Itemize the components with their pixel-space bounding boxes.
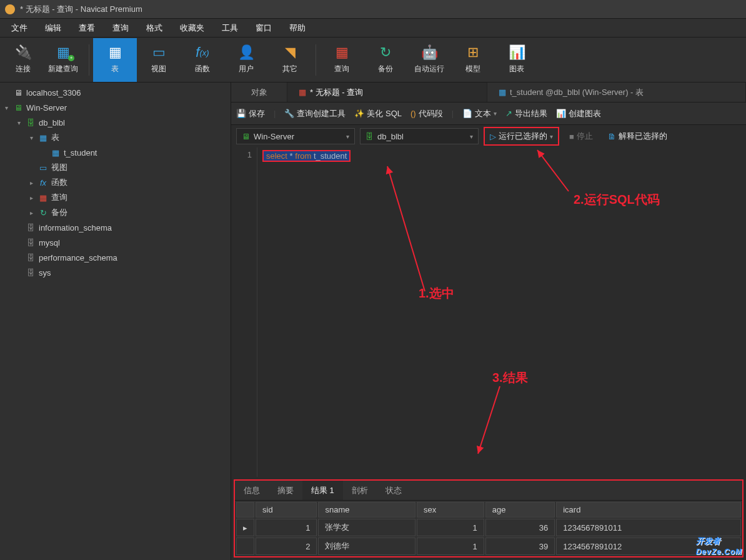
- query-icon: ▦: [37, 193, 49, 202]
- menu-query[interactable]: 查询: [104, 19, 137, 38]
- tree-views[interactable]: ▭视图: [0, 160, 231, 175]
- chevron-right-icon[interactable]: ▸: [30, 179, 37, 186]
- result-tab-profile[interactable]: 剖析: [343, 481, 377, 500]
- tree-infoschema[interactable]: 🗄information_schema: [0, 220, 231, 235]
- code-area[interactable]: select * from t_student: [257, 148, 746, 477]
- other-icon: ◥: [281, 45, 299, 60]
- tree-backup[interactable]: ▸↻备份: [0, 205, 231, 220]
- menu-fav[interactable]: 收藏夹: [171, 19, 213, 38]
- chevron-down-icon: ▾: [470, 133, 473, 140]
- gutter: 1: [231, 148, 257, 477]
- stop-button[interactable]: ■停止: [564, 128, 598, 144]
- newquery-icon: ▦+: [54, 45, 72, 60]
- col-sid[interactable]: sid: [256, 502, 317, 518]
- tree-perfschema[interactable]: 🗄performance_schema: [0, 250, 231, 265]
- server-green-icon: 🖥: [12, 103, 24, 112]
- tool-newquery[interactable]: ▦+ 新建查询: [41, 38, 85, 82]
- result-pane: 信息 摘要 结果 1 剖析 状态 sid sname sex age icard…: [234, 479, 744, 558]
- connection-dropdown[interactable]: 🖥Win-Server▾: [236, 128, 355, 144]
- tool-table[interactable]: ▦ 表: [93, 38, 137, 82]
- chevron-down-icon[interactable]: ▾: [5, 104, 12, 111]
- tree-query[interactable]: ▸▦查询: [0, 190, 231, 205]
- tool-user[interactable]: 👤 用户: [224, 38, 268, 82]
- tab-objects[interactable]: 对象: [231, 82, 287, 102]
- tool-chart[interactable]: 📊 图表: [495, 38, 539, 82]
- result-tab-result1[interactable]: 结果 1: [302, 481, 343, 500]
- play-icon: ▷: [490, 132, 496, 141]
- separator: [89, 44, 89, 76]
- tree-winserver[interactable]: ▾🖥Win-Server: [0, 100, 231, 115]
- tool-autorun[interactable]: 🤖 自动运行: [407, 38, 451, 82]
- db-gray-icon: 🗄: [25, 223, 36, 232]
- run-selected-button[interactable]: ▷运行已选择的▾: [484, 127, 559, 146]
- server-icon: 🖥: [12, 88, 24, 98]
- table-header-row: sid sname sex age icard: [236, 502, 741, 518]
- tool-query[interactable]: ▦ 查询: [320, 38, 364, 82]
- watermark: 开发者 DevZe.CoM: [696, 531, 742, 556]
- fx-icon: f(x): [194, 45, 211, 60]
- tree-tables[interactable]: ▾▦表: [0, 130, 231, 145]
- menu-window[interactable]: 窗口: [247, 19, 281, 38]
- toolbar: 🔌 连接 ▦+ 新建查询 ▦ 表 ▭ 视图 f(x) 函数 👤 用户 ◥ 其它 …: [0, 38, 746, 82]
- table-row[interactable]: 2 刘德华 1 39 1234567891012: [236, 538, 741, 555]
- snippet-button[interactable]: ()代码段: [410, 108, 443, 119]
- createchart-button[interactable]: 📊创建图表: [556, 108, 601, 119]
- result-tab-summary[interactable]: 摘要: [269, 481, 302, 500]
- query-icon: ▦: [333, 45, 351, 60]
- beautify-button[interactable]: ✨美化 SQL: [354, 108, 402, 119]
- tree-sys[interactable]: 🗄sys: [0, 265, 231, 280]
- tool-fx[interactable]: f(x) 函数: [181, 38, 224, 82]
- menu-view[interactable]: 查看: [70, 19, 104, 38]
- chart-icon: 📊: [556, 109, 566, 118]
- explain-button[interactable]: 🗎解释已选择的: [603, 128, 672, 144]
- sql-editor[interactable]: 1 select * from t_student 1.选中 2.运行SQL代码…: [231, 148, 746, 477]
- export-button[interactable]: ↗导出结果: [505, 108, 547, 119]
- table-icon: ▦: [50, 148, 61, 158]
- result-table[interactable]: sid sname sex age icard ▸ 1 张学友 1 36 123…: [235, 501, 742, 556]
- user-icon: 👤: [237, 45, 255, 60]
- sparkle-icon: ✨: [354, 109, 364, 118]
- table-row[interactable]: ▸ 1 张学友 1 36 1234567891011: [236, 519, 741, 536]
- tree-fx[interactable]: ▸fx函数: [0, 175, 231, 190]
- query-tab-icon: ▦: [299, 88, 306, 97]
- menu-edit[interactable]: 编辑: [36, 19, 70, 38]
- menu-help[interactable]: 帮助: [281, 19, 314, 38]
- tree-tstudent[interactable]: ▦t_student: [0, 145, 231, 160]
- col-age[interactable]: age: [485, 502, 555, 518]
- tab-tstudent[interactable]: ▦t_student @db_blbl (Win-Server) - 表: [487, 82, 746, 102]
- table-folder-icon: ▦: [37, 133, 49, 142]
- model-icon: ⊞: [464, 45, 482, 60]
- chevron-down-icon[interactable]: ▾: [30, 134, 37, 141]
- col-sex[interactable]: sex: [417, 502, 484, 518]
- tool-model[interactable]: ⊞ 模型: [451, 38, 495, 82]
- tool-backup[interactable]: ↻ 备份: [364, 38, 407, 82]
- menu-file[interactable]: 文件: [2, 19, 36, 38]
- chevron-down-icon[interactable]: ▾: [17, 119, 25, 126]
- chevron-right-icon[interactable]: ▸: [30, 194, 37, 201]
- col-icard[interactable]: icard: [556, 502, 741, 518]
- window-title: * 无标题 - 查询 - Navicat Premium: [20, 4, 142, 15]
- db-gray-icon: 🗄: [25, 238, 36, 248]
- menu-tools[interactable]: 工具: [213, 19, 247, 38]
- tab-query[interactable]: ▦* 无标题 - 查询: [287, 82, 487, 102]
- builder-icon: 🔧: [284, 109, 294, 118]
- tree-mysql[interactable]: 🗄mysql: [0, 235, 231, 250]
- chart-icon: 📊: [508, 45, 525, 60]
- tree-localhost[interactable]: 🖥localhost_3306: [0, 85, 231, 100]
- tool-view[interactable]: ▭ 视图: [137, 38, 181, 82]
- tree-dbblbl[interactable]: ▾🗄db_blbl: [0, 115, 231, 130]
- tool-other[interactable]: ◥ 其它: [268, 38, 312, 82]
- col-sname[interactable]: sname: [318, 502, 415, 518]
- save-button[interactable]: 💾保存: [236, 108, 265, 119]
- plug-icon: 🔌: [14, 45, 32, 60]
- tool-connect[interactable]: 🔌 连接: [5, 38, 41, 82]
- db-gray-icon: 🗄: [25, 253, 36, 262]
- text-icon: 📄: [462, 109, 472, 118]
- menu-format[interactable]: 格式: [137, 19, 171, 38]
- database-dropdown[interactable]: 🗄db_blbl▾: [360, 128, 479, 144]
- chevron-right-icon[interactable]: ▸: [30, 209, 37, 216]
- text-button[interactable]: 📄文本 ▾: [462, 108, 497, 119]
- result-tab-status[interactable]: 状态: [377, 481, 410, 500]
- result-tab-info[interactable]: 信息: [235, 481, 269, 500]
- builder-button[interactable]: 🔧查询创建工具: [284, 108, 346, 119]
